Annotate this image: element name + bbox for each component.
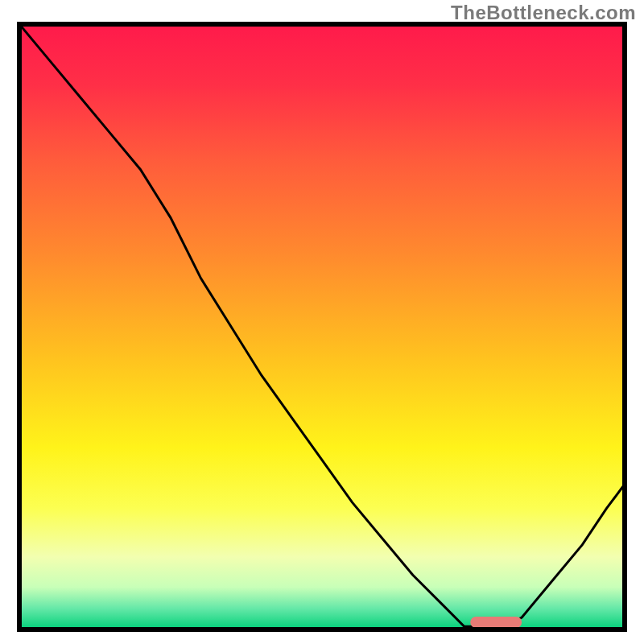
watermark-text: TheBottleneck.com <box>451 2 636 24</box>
optimal-marker <box>470 617 522 628</box>
bottleneck-chart <box>0 0 644 644</box>
chart-frame: TheBottleneck.com <box>0 0 644 644</box>
svg-rect-1 <box>19 24 625 630</box>
